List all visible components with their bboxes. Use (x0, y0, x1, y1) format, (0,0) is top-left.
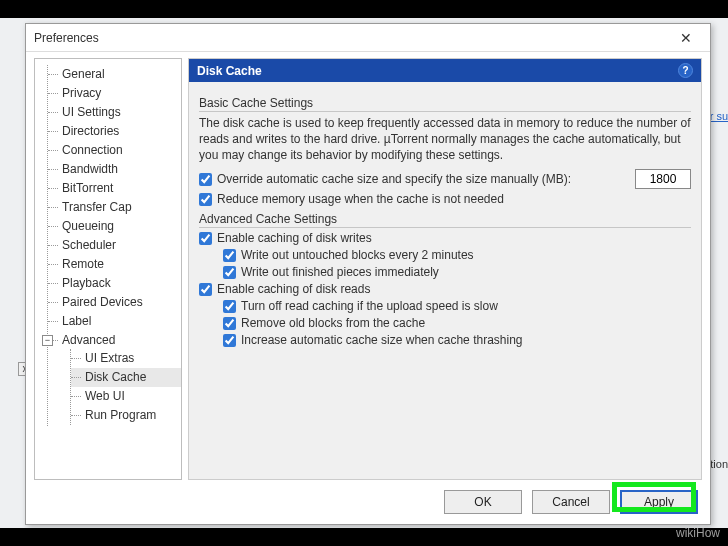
tree-item-label[interactable]: Label (48, 312, 181, 331)
tree-item-ui-settings[interactable]: UI Settings (48, 103, 181, 122)
enable-reads-checkbox[interactable] (199, 283, 212, 296)
enable-writes-checkbox[interactable] (199, 232, 212, 245)
close-icon[interactable]: ✕ (670, 26, 702, 50)
override-cache-label: Override automatic cache size and specif… (217, 172, 571, 186)
tree-item-ui-extras[interactable]: UI Extras (71, 349, 181, 368)
panel-title: Disk Cache (197, 64, 678, 78)
basic-description: The disk cache is used to keep frequentl… (199, 115, 691, 163)
enable-reads-label: Enable caching of disk reads (217, 282, 370, 296)
turnoff-read-checkbox[interactable] (223, 300, 236, 313)
enable-writes-label: Enable caching of disk writes (217, 231, 372, 245)
increase-cache-checkbox[interactable] (223, 334, 236, 347)
apply-button[interactable]: Apply (620, 490, 698, 514)
turnoff-read-label: Turn off read caching if the upload spee… (241, 299, 498, 313)
remove-old-checkbox[interactable] (223, 317, 236, 330)
dialog-title: Preferences (34, 31, 670, 45)
write-untouched-checkbox[interactable] (223, 249, 236, 262)
write-untouched-label: Write out untouched blocks every 2 minut… (241, 248, 474, 262)
cache-size-input[interactable] (635, 169, 691, 189)
tree-item-disk-cache[interactable]: Disk Cache (71, 368, 181, 387)
advanced-group-title: Advanced Cache Settings (199, 212, 691, 228)
tree-item-transfer-cap[interactable]: Transfer Cap (48, 198, 181, 217)
tree-item-web-ui[interactable]: Web UI (71, 387, 181, 406)
tree-item-queueing[interactable]: Queueing (48, 217, 181, 236)
cancel-button[interactable]: Cancel (532, 490, 610, 514)
reduce-memory-label: Reduce memory usage when the cache is no… (217, 192, 504, 206)
preferences-tree[interactable]: GeneralPrivacyUI SettingsDirectoriesConn… (34, 58, 182, 480)
write-finished-label: Write out finished pieces immediately (241, 265, 439, 279)
dialog-button-bar: OK Cancel Apply (26, 480, 710, 524)
ok-button[interactable]: OK (444, 490, 522, 514)
tree-item-scheduler[interactable]: Scheduler (48, 236, 181, 255)
tree-item-bittorrent[interactable]: BitTorrent (48, 179, 181, 198)
tree-item-remote[interactable]: Remote (48, 255, 181, 274)
reduce-memory-checkbox[interactable] (199, 193, 212, 206)
write-finished-checkbox[interactable] (223, 266, 236, 279)
increase-cache-label: Increase automatic cache size when cache… (241, 333, 523, 347)
tree-item-general[interactable]: General (48, 65, 181, 84)
preferences-dialog: Preferences ✕ GeneralPrivacyUI SettingsD… (25, 23, 711, 525)
tree-expander-icon[interactable]: − (42, 335, 53, 346)
tree-item-playback[interactable]: Playback (48, 274, 181, 293)
override-cache-checkbox[interactable] (199, 173, 212, 186)
basic-group-title: Basic Cache Settings (199, 96, 691, 112)
tree-item-paired-devices[interactable]: Paired Devices (48, 293, 181, 312)
tree-item-privacy[interactable]: Privacy (48, 84, 181, 103)
tree-item-run-program[interactable]: Run Program (71, 406, 181, 425)
help-icon[interactable]: ? (678, 63, 693, 78)
dialog-titlebar: Preferences ✕ (26, 24, 710, 52)
tree-item-connection[interactable]: Connection (48, 141, 181, 160)
tree-item-advanced[interactable]: Advanced−UI ExtrasDisk CacheWeb UIRun Pr… (48, 331, 181, 426)
tree-item-bandwidth[interactable]: Bandwidth (48, 160, 181, 179)
tree-item-directories[interactable]: Directories (48, 122, 181, 141)
remove-old-label: Remove old blocks from the cache (241, 316, 425, 330)
watermark: wikiHow (676, 526, 720, 540)
settings-panel: Disk Cache ? Basic Cache Settings The di… (188, 58, 702, 480)
